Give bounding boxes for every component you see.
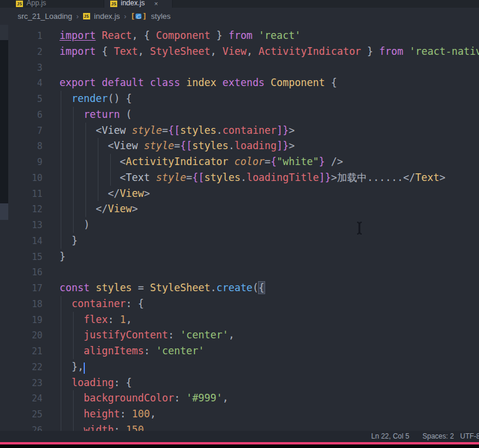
text-caret [84, 363, 85, 374]
line-number: 13 [0, 218, 42, 233]
code-line[interactable]: 20 justifyContent: 'center', [0, 327, 479, 343]
line-number: 22 [0, 360, 42, 375]
code-line[interactable]: 10 <Text style={[styles.loadingTitle]}>加… [0, 170, 479, 186]
code-line[interactable]: 5 render() { [0, 91, 479, 107]
indent-guide [110, 154, 111, 186]
breadcrumb-folder[interactable]: src_21_Loading [18, 12, 72, 21]
javascript-file-icon: JS [16, 1, 23, 7]
indent-guide [73, 390, 74, 431]
tab-label: index.js [121, 0, 145, 7]
chevron-right-icon: › [77, 12, 79, 21]
status-indentation[interactable]: Spaces: 2 [422, 431, 454, 442]
line-number: 25 [0, 407, 42, 423]
breadcrumb-file[interactable]: index.js [94, 12, 120, 21]
line-number: 15 [0, 249, 42, 265]
code-line[interactable]: 26 width: 150 [0, 422, 479, 431]
code-line[interactable]: 6 return ( [0, 107, 479, 123]
line-number: 17 [0, 281, 42, 297]
code-line[interactable]: 15} [0, 249, 479, 265]
chevron-right-icon: › [124, 12, 127, 21]
line-number: 23 [0, 375, 42, 391]
javascript-file-icon: JS [110, 1, 117, 7]
line-number: 19 [0, 312, 42, 328]
indent-guide [61, 296, 61, 431]
code-line[interactable]: 7 <View style={[styles.container]}> [0, 123, 479, 139]
code-line[interactable]: 14 } [0, 233, 479, 249]
code-line[interactable]: 8 <View style={[styles.loading]}> [0, 138, 479, 154]
code-line[interactable]: 13 ) [0, 217, 479, 233]
code-line[interactable]: 24 backgroundColor: '#999', [0, 390, 479, 406]
symbol-variable-icon: [] [131, 12, 147, 21]
indent-guide [61, 91, 61, 249]
background-window-sliver [0, 40, 8, 203]
code-line[interactable]: 4export default class index extends Comp… [0, 75, 479, 91]
code-line[interactable]: 25 height: 100, [0, 406, 479, 422]
screen-edge [0, 444, 479, 448]
tab-app-js[interactable]: JS App.js [0, 0, 104, 8]
close-icon[interactable]: × [154, 0, 158, 7]
indent-guide [73, 312, 74, 359]
background-window-sliver [0, 25, 8, 40]
line-number: 26 [0, 423, 42, 431]
javascript-file-icon: JS [83, 13, 90, 19]
code-line[interactable]: 18 container: { [0, 296, 479, 312]
line-number: 24 [0, 391, 42, 407]
status-cursor-position[interactable]: Ln 22, Col 5 [371, 431, 409, 442]
line-number: 14 [0, 233, 42, 249]
code-line[interactable]: 17const styles = StyleSheet.create({ [0, 280, 479, 296]
background-window-sliver [0, 203, 8, 220]
indent-guide [73, 107, 74, 233]
code-line[interactable]: 22 }, [0, 359, 479, 375]
breadcrumb: src_21_Loading › JS index.js › [] styles [0, 8, 479, 25]
code-line[interactable]: 16 [0, 264, 479, 280]
code-editor[interactable]: 1import React, { Component } from 'react… [0, 25, 479, 431]
code-line[interactable]: 3 [0, 60, 479, 75]
code-line[interactable]: 19 flex: 1, [0, 312, 479, 328]
breadcrumb-symbol[interactable]: styles [151, 12, 170, 21]
status-bar: Ln 22, Col 5 Spaces: 2 UTF-8 [0, 431, 479, 442]
status-encoding[interactable]: UTF-8 [460, 431, 479, 442]
code-line[interactable]: 11 </View> [0, 186, 479, 202]
line-number: 16 [0, 265, 42, 281]
code-line[interactable]: 9 <ActivityIndicator color={"white"} /> [0, 154, 479, 170]
code-line[interactable]: 12 </View> [0, 201, 479, 217]
line-number: 21 [0, 344, 42, 360]
tab-label: App.js [27, 0, 46, 7]
indent-guide [85, 123, 86, 218]
tab-index-js[interactable]: JS index.js × [104, 0, 173, 8]
code-line[interactable]: 2import { Text, StyleSheet, View, Activi… [0, 44, 479, 60]
code-line[interactable]: 1import React, { Component } from 'react… [0, 28, 479, 44]
line-number: 18 [0, 297, 42, 312]
tab-bar: JS App.js JS index.js × [0, 0, 479, 8]
code-line[interactable]: 23 loading: { [0, 375, 479, 391]
line-number: 20 [0, 328, 42, 344]
code-line[interactable]: 21 alignItems: 'center' [0, 343, 479, 359]
indent-guide [98, 138, 98, 201]
